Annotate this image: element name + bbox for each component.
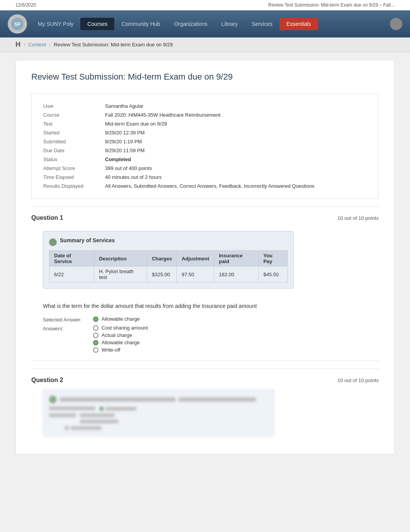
question-1-points: 10 out of 10 points: [337, 215, 379, 221]
info-row-status: Status Completed: [43, 155, 367, 164]
breadcrumb-current: Review Test Submission: Mid-term Exam du…: [54, 42, 173, 48]
summary-table-title: Summary of Services: [60, 237, 115, 243]
answer-choice-1: Actual charge: [93, 332, 148, 338]
radio-icon-2: [93, 340, 98, 345]
answers-label: Answers:: [43, 325, 93, 331]
summary-table-container: Summary of Services Date of Service Desc…: [43, 231, 294, 289]
cell-date: 6/22: [49, 267, 94, 282]
course-label: Course: [43, 112, 105, 118]
cell-charges: $325.00: [147, 267, 177, 282]
answer-text-0: Cost sharing amount: [102, 325, 148, 331]
question-1-text: What is the term for the dollar amount t…: [43, 302, 379, 310]
date-display: 12/6/2020: [15, 2, 36, 8]
due-date-label: Due Date: [43, 148, 105, 153]
nav-communityhub[interactable]: Community Hub: [114, 18, 167, 30]
user-avatar[interactable]: [390, 18, 402, 30]
course-value: Fall 2020: HIM445-35W Healthcare Reimbur…: [105, 112, 220, 118]
attempt-score-label: Attempt Score: [43, 165, 105, 171]
nav-logo: SP: [8, 14, 27, 34]
cell-youpay: $45.50: [259, 267, 288, 282]
answer-text-2: Allowable charge: [102, 340, 140, 345]
info-row-submitted: Submitted 9/29/20 1:19 PM: [43, 137, 367, 146]
question-1-title: Question 1: [31, 214, 63, 221]
selected-answer-text: Allowable charge: [102, 316, 140, 322]
time-elapsed-label: Time Elapsed: [43, 174, 105, 180]
summary-table: Date of Service Description Charges Adju…: [49, 250, 288, 282]
selected-answer-value: Allowable charge: [93, 316, 140, 322]
info-section: User Samantha Agular Course Fall 2020: H…: [31, 93, 379, 199]
svg-text:SP: SP: [14, 22, 20, 27]
question-1-section: Question 1 10 out of 10 points Summary o…: [31, 206, 379, 353]
section-divider: [31, 360, 379, 361]
question-2-section: Question 2 10 out of 10 points: [31, 369, 379, 442]
info-row-user: User Samantha Agular: [43, 102, 367, 110]
question-2-header: Question 2 10 out of 10 points: [31, 377, 379, 384]
answer-text-1: Actual charge: [102, 332, 132, 338]
status-label: Status: [43, 156, 105, 162]
breadcrumb: H › Content › Review Test Submission: Mi…: [0, 37, 410, 52]
nav-organizations[interactable]: Organizations: [167, 18, 214, 30]
col-charges: Charges: [147, 251, 177, 267]
started-label: Started: [43, 130, 105, 136]
submitted-value: 9/29/20 1:19 PM: [105, 139, 142, 144]
answer-section: Selected Answer: Allowable charge Answer…: [43, 316, 379, 353]
breadcrumb-sep-2: ›: [49, 42, 51, 48]
navigation: SP My SUNY Poly Courses Community Hub Or…: [0, 10, 410, 37]
submitted-label: Submitted: [43, 139, 105, 144]
info-row-duedate: Due Date 9/29/20 11:59 PM: [43, 146, 367, 155]
info-row-score: Attempt Score 399 out of 400 points: [43, 164, 367, 173]
table-icon: [49, 238, 57, 246]
status-value: Completed: [105, 156, 131, 162]
col-adjustment: Adjustment: [177, 251, 214, 267]
question-2-points: 10 out of 10 points: [337, 377, 379, 383]
col-insurance: Insurance paid: [214, 251, 258, 267]
cell-adjustment: 97.50: [177, 267, 214, 282]
test-value: Mid-term Exam due on 9/29: [105, 121, 167, 127]
info-row-course: Course Fall 2020: HIM445-35W Healthcare …: [43, 110, 367, 119]
answer-choices-list: Cost sharing amount Actual charge Allowa…: [93, 325, 148, 353]
col-desc: Description: [94, 251, 147, 267]
question-2-title: Question 2: [31, 377, 63, 384]
breadcrumb-home[interactable]: H: [15, 41, 20, 49]
selected-answer-label: Selected Answer:: [43, 316, 93, 323]
answer-choice-3: Write-off: [93, 347, 148, 353]
nav-courses[interactable]: Courses: [80, 18, 114, 30]
answer-text-3: Write-off: [102, 347, 120, 353]
time-elapsed-value: 40 minutes out of 2 hours: [105, 174, 162, 180]
answer-choice-2: Allowable charge: [93, 340, 148, 345]
col-youpay: You Pay: [259, 251, 288, 267]
page-title-top: Review Test Submission: Mid-term Exam du…: [268, 2, 395, 8]
main-content: Review Test Submission: Mid-term Exam du…: [15, 60, 395, 454]
top-bar: 12/6/2020 Review Test Submission: Mid-te…: [0, 0, 410, 10]
info-row-test: Test Mid-term Exam due on 9/29: [43, 119, 367, 128]
page-title: Review Test Submission: Mid-term Exam du…: [31, 72, 379, 82]
selected-answer-row: Selected Answer: Allowable charge: [43, 316, 379, 323]
nav-services[interactable]: Services: [245, 18, 280, 30]
col-date: Date of Service: [49, 251, 94, 267]
nav-mysuny[interactable]: My SUNY Poly: [31, 18, 80, 30]
user-label: User: [43, 103, 105, 109]
nav-items: My SUNY Poly Courses Community Hub Organ…: [31, 18, 390, 30]
nav-right: [390, 18, 402, 30]
question-2-blurred-image: [43, 389, 274, 437]
radio-icon-0: [93, 325, 98, 331]
results-label: Results Displayed: [43, 183, 105, 189]
info-row-started: Started 9/29/20 12:39 PM: [43, 128, 367, 137]
cell-insurance: 182.00: [214, 267, 258, 282]
radio-icon-3: [93, 347, 98, 353]
started-value: 9/29/20 12:39 PM: [105, 130, 145, 136]
selected-answer-choice: Allowable charge: [93, 316, 140, 322]
breadcrumb-content[interactable]: Content: [28, 42, 46, 48]
radio-icon-1: [93, 333, 98, 338]
answer-choice-0: Cost sharing amount: [93, 325, 148, 331]
table-row: 6/22 H. Pylori breath test $325.00 97.50…: [49, 267, 288, 282]
nav-essentials[interactable]: Essentials: [280, 18, 318, 30]
question-1-header: Question 1 10 out of 10 points: [31, 214, 379, 221]
answers-row: Answers: Cost sharing amount Actual char…: [43, 325, 379, 353]
user-value: Samantha Agular: [105, 103, 144, 109]
attempt-score-value: 399 out of 400 points: [105, 165, 152, 171]
info-row-results: Results Displayed All Answers, Submitted…: [43, 182, 367, 190]
nav-library[interactable]: Library: [214, 18, 245, 30]
question-2-content: [43, 389, 379, 442]
info-row-time: Time Elapsed 40 minutes out of 2 hours: [43, 173, 367, 182]
